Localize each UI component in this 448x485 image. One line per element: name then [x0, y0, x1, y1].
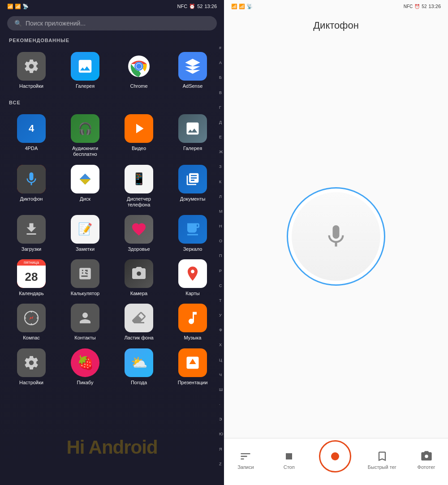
all-section-label: ВСЕ [0, 96, 224, 107]
app-dictophone[interactable]: Диктофон [4, 161, 58, 211]
alpha-k[interactable]: К [219, 180, 223, 184]
app-audiobooks[interactable]: 🎧 Аудиокниги бесплатно [58, 111, 112, 161]
alpha-a[interactable]: А [219, 60, 223, 65]
alpha-yu[interactable]: Ю [219, 432, 223, 436]
alpha-ts[interactable]: Ц [219, 358, 223, 362]
quick-tag-button[interactable]: Быстрый тег [368, 450, 396, 470]
app-maps[interactable]: Карты [166, 256, 220, 300]
app-docs[interactable]: Документы [166, 161, 220, 211]
alpha-t[interactable]: Т [219, 298, 223, 303]
music-label: Музыка [184, 335, 202, 341]
audiobooks-label: Аудиокниги бесплатно [67, 146, 103, 157]
alpha-e2[interactable]: Э [219, 417, 223, 421]
app-pikabu[interactable]: 🍓 Пикабу [58, 345, 112, 389]
app-downloads[interactable]: Загрузки [4, 211, 58, 256]
record-dot-icon [331, 452, 339, 460]
alpha-z2[interactable]: Z [219, 462, 223, 466]
app-chrome-recommended[interactable]: Chrome [112, 48, 166, 93]
time-right: 13:26 [428, 4, 441, 9]
alpha-u[interactable]: У [219, 313, 223, 318]
signal-icons-left: 📶 📶 📡 [7, 4, 29, 9]
quick-tag-label: Быстрый тег [368, 464, 396, 470]
alpha-n[interactable]: Н [219, 224, 223, 228]
notes-label: Заметки [76, 246, 95, 252]
alpha-l[interactable]: Л [219, 194, 223, 199]
right-status-icons-right: NFC ⏰ 52 13:26 [404, 4, 441, 9]
gallery2-icon [178, 114, 207, 143]
app-search-bar[interactable]: 🔍 Поиск приложений... [7, 16, 217, 30]
app-weather[interactable]: ⛅ Погода [112, 345, 166, 389]
docs-icon [178, 165, 207, 193]
alpha-sh[interactable]: Ш [219, 387, 223, 392]
alpha-hash[interactable]: # [219, 46, 223, 50]
app-4pda[interactable]: 4 4PDA [4, 111, 58, 161]
alpha-v[interactable]: В [219, 90, 223, 95]
records-button[interactable]: Записи [232, 450, 259, 470]
alpha-o[interactable]: О [219, 239, 223, 243]
stop-label: Стоп [284, 464, 295, 470]
app-notes[interactable]: 📝 Заметки [58, 211, 112, 256]
app-calendar[interactable]: пятница 28 Календарь [4, 256, 58, 300]
battery-right: 52 [422, 4, 426, 9]
alpha-f[interactable]: Ф [219, 328, 223, 332]
settings2-label: Настройки [19, 380, 43, 386]
alpha-zh[interactable]: Ж [219, 150, 223, 154]
app-settings-recommended[interactable]: Настройки [4, 48, 58, 93]
app-settings2[interactable]: Настройки [4, 345, 58, 389]
alpha-kh[interactable]: Х [219, 343, 223, 347]
gallery-label: Галерея [76, 83, 95, 89]
maps-label: Карты [185, 291, 199, 296]
docs-label: Документы [180, 196, 206, 202]
nfc-right-icon: NFC [404, 4, 413, 9]
dictophone-highlight-ring [17, 165, 46, 193]
app-eraser[interactable]: Ластик фона [112, 300, 166, 344]
app-compass[interactable]: Компас [4, 300, 58, 344]
photo-tag-button[interactable]: Фототег [413, 450, 440, 470]
alpha-r[interactable]: Р [219, 269, 223, 273]
stop-button[interactable]: Стоп [276, 450, 302, 470]
alpha-ch[interactable]: Ч [219, 373, 223, 377]
health-icon [125, 215, 153, 244]
app-gallery2[interactable]: Галерея [166, 111, 220, 161]
camera-icon [125, 259, 153, 288]
app-presentation[interactable]: Презентации [166, 345, 220, 389]
alpha-z[interactable]: З [219, 164, 223, 169]
app-mirror[interactable]: Зеркало [166, 211, 220, 256]
alpha-ya[interactable]: Я [219, 447, 223, 451]
settings2-icon [17, 348, 46, 377]
alphabet-index[interactable]: # А Б В Г Д Е Ж З К Л М Н О П Р С Т У Ф … [219, 45, 223, 467]
alpha-e[interactable]: Е [219, 135, 223, 139]
4pda-icon: 4 [17, 114, 46, 143]
alpha-g[interactable]: Г [219, 105, 223, 110]
app-gallery-recommended[interactable]: Галерея [58, 48, 112, 93]
chrome-icon [125, 52, 153, 81]
alpha-m[interactable]: М [219, 209, 223, 214]
app-adsense-recommended[interactable]: AdSense [166, 48, 220, 93]
alpha-p[interactable]: П [219, 253, 223, 258]
dictophone-app-panel: 📶 📶 📡 NFC ⏰ 52 13:26 Диктофон Записи [224, 0, 448, 485]
record-button[interactable] [319, 440, 351, 472]
app-contacts[interactable]: Контакты [58, 300, 112, 344]
mic-circle[interactable] [287, 187, 385, 286]
app-health[interactable]: Здоровье [112, 211, 166, 256]
notes-icon: 📝 [71, 215, 99, 244]
status-bar-right: 📶 📶 📡 NFC ⏰ 52 13:26 [224, 0, 448, 13]
app-music[interactable]: Музыка [166, 300, 220, 344]
app-video[interactable]: Видео [112, 111, 166, 161]
alpha-b[interactable]: Б [219, 75, 223, 80]
alpha-dot[interactable]: · [219, 402, 223, 407]
settings-label: Настройки [19, 83, 43, 89]
app-dispatcher[interactable]: 📱 Диспетчер телефона [112, 161, 166, 211]
time-left: 13:26 [204, 4, 217, 9]
gallery-icon [71, 52, 99, 81]
app-disk[interactable]: Диск [58, 161, 112, 211]
calculator-icon [71, 259, 99, 288]
alpha-d[interactable]: Д [219, 120, 223, 124]
signal-bar-icon: 📶 [7, 4, 13, 9]
app-calculator[interactable]: Калькулятор [58, 256, 112, 300]
mirror-label: Зеркало [183, 246, 202, 252]
alpha-s[interactable]: С [219, 283, 223, 288]
mic-area [224, 35, 448, 438]
app-camera[interactable]: Камера [112, 256, 166, 300]
status-bar-left: 📶 📶 📡 NFC ⏰ 52 13:26 [0, 0, 224, 13]
